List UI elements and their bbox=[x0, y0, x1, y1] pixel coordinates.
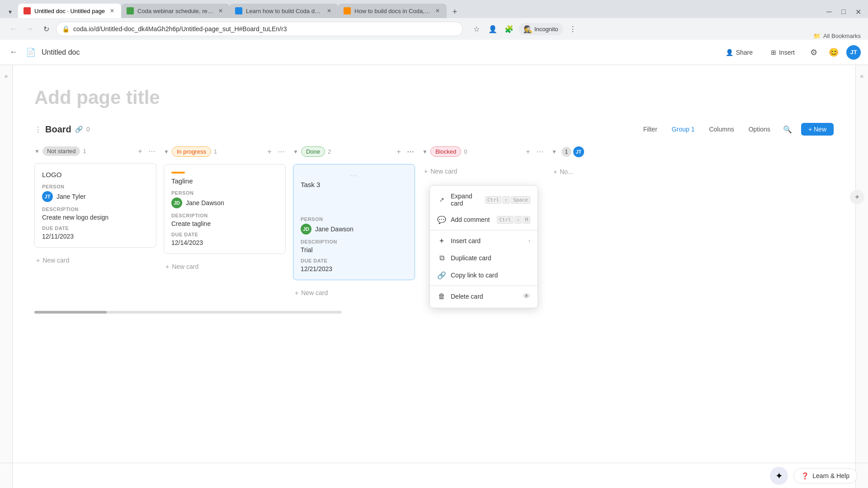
column-filter-icon-not-started[interactable]: ▼ bbox=[34, 148, 40, 155]
new-card-in-progress[interactable]: + New card bbox=[164, 259, 286, 274]
column-filter-icon-blocked[interactable]: ▼ bbox=[422, 149, 428, 155]
menu-item-insert[interactable]: + Insert card › bbox=[430, 232, 538, 249]
tab-3-close[interactable]: ✕ bbox=[326, 7, 333, 14]
maximize-btn[interactable]: □ bbox=[837, 5, 850, 18]
settings-btn[interactable]: ⚙ bbox=[807, 45, 821, 60]
sidebar-collapse-btn[interactable]: » bbox=[5, 72, 8, 80]
user-avatar[interactable]: JT bbox=[846, 45, 861, 60]
board-link-icon[interactable]: 🔗 bbox=[75, 126, 83, 133]
page-title-placeholder[interactable]: Add page title bbox=[34, 87, 834, 108]
menu-item-copy-link-label: Copy link to card bbox=[451, 272, 530, 279]
column-filter-icon-in-progress[interactable]: ▼ bbox=[164, 149, 169, 155]
column-done: ▼ Done 2 + ⋯ ··· Task 3 PERSON JD Jane D… bbox=[293, 145, 415, 300]
menu-item-comment-label: Add comment bbox=[451, 216, 492, 223]
new-card-label-in-progress: New card bbox=[172, 263, 198, 270]
browser-menu-btn[interactable]: ⋮ bbox=[566, 23, 579, 35]
new-record-btn[interactable]: + New bbox=[801, 123, 834, 136]
card-tagline-person-name: Jane Dawson bbox=[186, 199, 224, 206]
column-done-header: ▼ Done 2 + ⋯ bbox=[293, 145, 415, 159]
new-card-gro[interactable]: + No... bbox=[552, 164, 597, 179]
card-logo[interactable]: LOGO PERSON JT Jane Tyler DESCRIPTION Cr… bbox=[34, 163, 156, 248]
menu-item-comment[interactable]: 💬 Add comment Ctrl ⇧ M bbox=[430, 211, 538, 228]
column-gro-header: ▼ 1 JT bbox=[552, 145, 597, 159]
address-bar[interactable]: 🔒 coda.io/d/Untitled-doc_dk4MaGh2h6p/Unt… bbox=[56, 22, 463, 36]
column-add-in-progress[interactable]: + bbox=[265, 147, 274, 156]
insert-btn[interactable]: ⊞ Insert bbox=[764, 46, 801, 59]
new-card-done[interactable]: + New card bbox=[293, 286, 415, 300]
close-btn[interactable]: ✕ bbox=[852, 5, 864, 18]
card-task3-person-label: PERSON bbox=[301, 216, 407, 222]
back-to-home-btn[interactable]: ← bbox=[7, 46, 20, 59]
column-tag-done: Done bbox=[301, 146, 325, 157]
card-tagline[interactable]: Tagline PERSON JD Jane Dawson DESCRIPTIO… bbox=[164, 164, 286, 254]
group-btn[interactable]: Group 1 bbox=[668, 124, 698, 135]
add-col-btn[interactable]: + bbox=[850, 190, 864, 204]
tab-1-close[interactable]: ✕ bbox=[108, 7, 116, 14]
doc-title: Untitled doc bbox=[42, 48, 80, 56]
new-card-blocked[interactable]: + New card bbox=[422, 164, 544, 178]
card-task3[interactable]: ··· Task 3 PERSON JD Jane Dawson DESCRIP… bbox=[293, 164, 415, 280]
options-btn[interactable]: Options bbox=[745, 124, 774, 135]
new-card-icon-blocked: + bbox=[424, 168, 428, 175]
scrollbar-thumb[interactable] bbox=[34, 311, 107, 314]
menu-item-delete-label: Delete card bbox=[451, 293, 519, 300]
ai-btn[interactable]: ✦ bbox=[770, 467, 788, 485]
filter-btn[interactable]: Filter bbox=[640, 124, 661, 135]
scrollbar-track[interactable] bbox=[34, 311, 342, 314]
column-filter-icon-done[interactable]: ▼ bbox=[293, 149, 298, 155]
profile-btn[interactable]: 👤 bbox=[486, 23, 499, 35]
board-menu-icon[interactable]: ⋮ bbox=[34, 125, 42, 134]
refresh-btn[interactable]: ↻ bbox=[40, 23, 52, 35]
bottom-bar: ✦ ❓ Learn & Help bbox=[0, 463, 868, 488]
menu-divider-1 bbox=[430, 230, 538, 230]
menu-item-duplicate[interactable]: ⧉ Duplicate card bbox=[430, 249, 538, 267]
card-tagline-desc-label: DESCRIPTION bbox=[171, 213, 278, 218]
menu-divider-2 bbox=[430, 286, 538, 286]
tab-2-close[interactable]: ✕ bbox=[217, 7, 224, 14]
back-btn[interactable]: ← bbox=[7, 23, 20, 35]
new-tab-btn[interactable]: + bbox=[448, 5, 461, 18]
column-add-done[interactable]: + bbox=[394, 147, 403, 156]
column-not-started: ▼ Not started 1 + ⋯ LOGO PERSON JT Jane … bbox=[34, 145, 156, 300]
emoji-btn[interactable]: 😊 bbox=[826, 45, 841, 60]
tab-4-favicon bbox=[344, 7, 351, 14]
tab-1[interactable]: Untitled doc · Untitled page ✕ bbox=[18, 4, 121, 18]
column-menu-done[interactable]: ⋯ bbox=[406, 147, 415, 156]
column-filter-icon-gro[interactable]: ▼ bbox=[552, 149, 557, 155]
column-tag-not-started: Not started bbox=[42, 146, 80, 156]
bookmark-btn[interactable]: ☆ bbox=[470, 23, 483, 35]
column-add-not-started[interactable]: + bbox=[136, 147, 145, 156]
incognito-label: Incognito bbox=[534, 26, 558, 33]
tab-3[interactable]: Learn how to build Coda docs... ✕ bbox=[230, 4, 338, 18]
new-card-icon-in-progress: + bbox=[165, 263, 169, 270]
minimize-btn[interactable]: ─ bbox=[823, 5, 835, 18]
column-menu-blocked[interactable]: ⋯ bbox=[535, 147, 544, 156]
new-btn-label: + New bbox=[808, 126, 826, 133]
menu-item-delete[interactable]: 🗑 Delete card 👁 bbox=[430, 288, 538, 305]
column-menu-not-started[interactable]: ⋯ bbox=[147, 147, 156, 156]
expand-icon: ↗ bbox=[437, 195, 446, 204]
column-add-blocked[interactable]: + bbox=[524, 147, 533, 156]
column-menu-in-progress[interactable]: ⋯ bbox=[277, 147, 286, 156]
new-card-not-started[interactable]: + New card bbox=[34, 253, 156, 267]
columns-btn[interactable]: Columns bbox=[705, 124, 737, 135]
browser-chrome: ▾ Untitled doc · Untitled page ✕ Coda we… bbox=[0, 0, 868, 40]
forward-btn[interactable]: → bbox=[24, 23, 36, 35]
tab-list-btn[interactable]: ▾ bbox=[4, 5, 16, 18]
tab-2[interactable]: Coda webinar schedule, regist... ✕ bbox=[121, 4, 230, 18]
tab-4-close[interactable]: ✕ bbox=[434, 7, 441, 14]
card-task3-avatar: JD bbox=[301, 224, 311, 235]
tab-4[interactable]: How to build docs in Coda, cre... ✕ bbox=[338, 4, 447, 18]
share-btn[interactable]: 👤 Share bbox=[719, 46, 759, 59]
address-text: coda.io/d/Untitled-doc_dk4MaGh2h6p/Untit… bbox=[73, 25, 457, 33]
doc-icon: 📄 bbox=[25, 47, 36, 58]
extensions-btn[interactable]: 🧩 bbox=[503, 23, 515, 35]
card-tagline-avatar: JD bbox=[171, 197, 182, 208]
column-in-progress-header: ▼ In progress 1 + ⋯ bbox=[164, 145, 286, 159]
menu-item-expand[interactable]: ↗ Expand card Ctrl ⇧ Space bbox=[430, 188, 538, 211]
menu-item-copy-link[interactable]: 🔗 Copy link to card bbox=[430, 267, 538, 284]
right-sidebar-toggle[interactable]: « bbox=[860, 72, 864, 80]
card-logo-person-label: PERSON bbox=[42, 184, 149, 189]
help-btn[interactable]: ❓ Learn & Help bbox=[793, 468, 857, 483]
board-search-btn[interactable]: 🔍 bbox=[781, 123, 794, 136]
